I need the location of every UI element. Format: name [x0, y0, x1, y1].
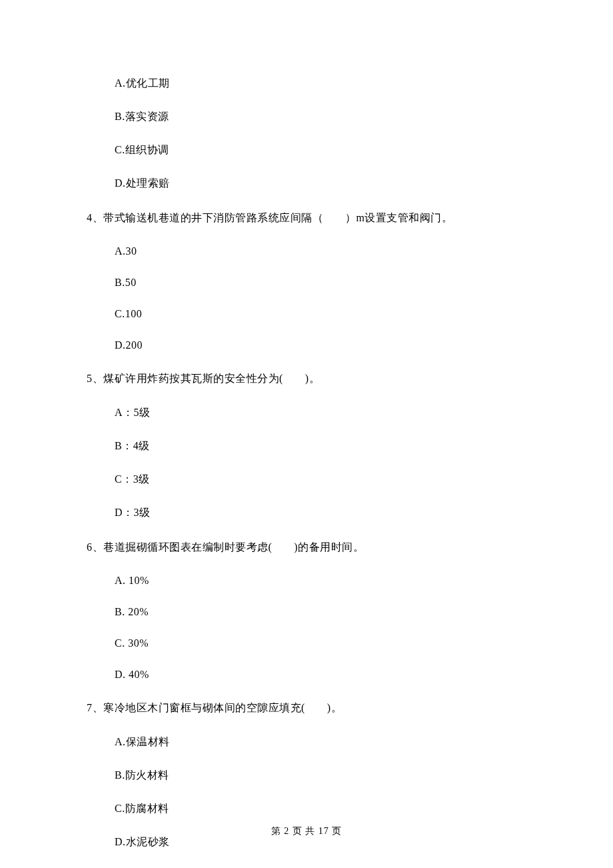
question-4-stem: 4、带式输送机巷道的井下消防管路系统应间隔（ ）m设置支管和阀门。 — [87, 210, 526, 226]
option-text: C.防腐材料 — [87, 802, 526, 816]
option-text: D.水泥砂浆 — [87, 835, 526, 849]
option-text: C：3级 — [87, 473, 526, 487]
option-text: C.100 — [87, 308, 526, 320]
option-text: D.200 — [87, 339, 526, 351]
option-text: A. 10% — [87, 575, 526, 587]
option-text: A.30 — [87, 245, 526, 257]
option-text: B.落实资源 — [87, 110, 526, 124]
option-text: D.处理索赔 — [87, 177, 526, 191]
option-text: A.优化工期 — [87, 77, 526, 91]
question-6-stem: 6、巷道掘砌循环图表在编制时要考虑( )的备用时间。 — [87, 539, 526, 555]
page-content: A.优化工期 B.落实资源 C.组织协调 D.处理索赔 4、带式输送机巷道的井下… — [0, 0, 613, 868]
option-text: B. 20% — [87, 606, 526, 618]
question-5-options: A：5级 B：4级 C：3级 D：3级 — [87, 406, 526, 520]
question-4-options: A.30 B.50 C.100 D.200 — [87, 245, 526, 351]
question-3-options: A.优化工期 B.落实资源 C.组织协调 D.处理索赔 — [87, 77, 526, 191]
question-7-stem: 7、寒冷地区木门窗框与砌体间的空隙应填充( )。 — [87, 700, 526, 716]
option-text: B：4级 — [87, 439, 526, 453]
question-6-options: A. 10% B. 20% C. 30% D. 40% — [87, 575, 526, 681]
option-text: B.50 — [87, 277, 526, 289]
option-text: C. 30% — [87, 637, 526, 649]
option-text: C.组织协调 — [87, 143, 526, 157]
page-footer: 第 2 页 共 17 页 — [0, 825, 613, 837]
option-text: B.防火材料 — [87, 769, 526, 783]
option-text: A.保温材料 — [87, 735, 526, 749]
option-text: D. 40% — [87, 669, 526, 681]
option-text: D：3级 — [87, 506, 526, 520]
question-5-stem: 5、煤矿许用炸药按其瓦斯的安全性分为( )。 — [87, 371, 526, 387]
option-text: A：5级 — [87, 406, 526, 420]
